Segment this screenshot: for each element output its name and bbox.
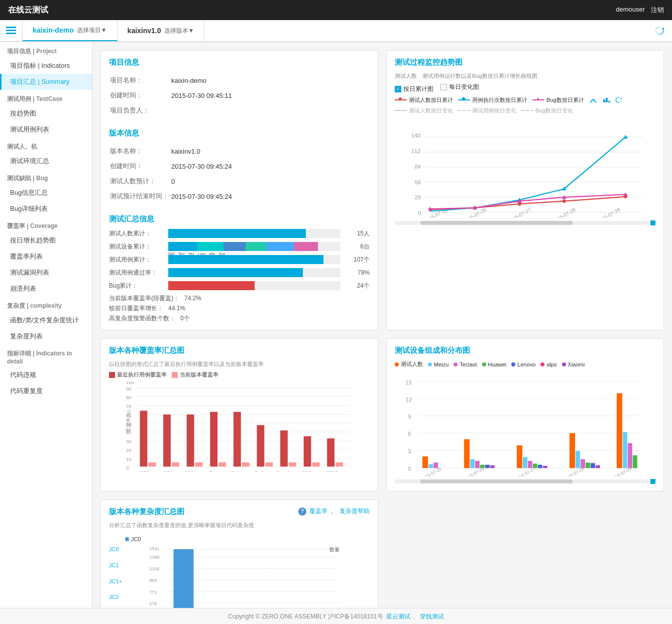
svg-text:80: 80 [126,395,132,400]
menu-icon[interactable] [0,20,23,41]
cat-jc2: JC2 [109,594,122,600]
complexity-help-link[interactable]: 复杂度帮助 [340,507,370,516]
complexity-chart-container: JC0 JC1 JC1+ JC2 CC0 CC1 JC0 [109,536,370,608]
sidebar-item-crashlist[interactable]: 崩溃列表 [0,281,92,297]
legend-bug-cumul: Bug数按日累计 [532,96,584,104]
device-scrollbar[interactable] [395,479,655,484]
cat-jc1plus: JC1+ [109,578,122,584]
summary-value-passrate: 78% [345,269,370,276]
svg-rect-59 [140,411,148,466]
coverage-chart-legend: 最近执行用例覆盖率 当前版本覆盖率 [109,371,370,379]
svg-text:SC0: SC0 [140,470,150,472]
project-info-card: 项目信息 项目名称： kaixin-demo 创建时间： 2015-07-30 … [100,50,378,330]
tab-kaixin-demo[interactable]: kaixin-demo 选择项目▼ [23,20,118,41]
trend-scrollbar[interactable] [395,220,655,225]
legend-huawei: Huawei [482,360,507,368]
sidebar-item-summary[interactable]: 项目汇总 | Summary [0,74,92,90]
svg-rect-0 [6,27,16,28]
svg-text:578: 578 [150,601,157,606]
svg-text:MCDC: MCDC [324,470,339,472]
sidebar-item-codedup[interactable]: 代码重复度 [0,383,92,399]
checkbox-daily-cumulative[interactable]: ✓ 按日累计图 [395,85,433,93]
checkbox-daily-change[interactable]: 每日变化图 [440,83,479,91]
checkbox-daily-change-label: 每日变化图 [449,83,479,91]
sidebar-item-trend[interactable]: 按趋势图 [0,105,92,121]
cat-jc1: JC1 [109,562,122,568]
tab-kaixinv1[interactable]: kaixinv1.0 选择版本▼ [118,20,205,41]
legend-tester-cumul: 测试人数按日累计 [395,96,453,104]
svg-text:1156: 1156 [150,566,160,571]
footer-link-linetest[interactable]: 穿线测试 [420,613,444,620]
svg-rect-122 [633,455,637,468]
svg-text:28: 28 [415,194,421,200]
svg-text:CDC: CDC [301,470,312,472]
svg-rect-70 [265,462,273,466]
sidebar-item-vulnlist[interactable]: 测试漏洞列表 [0,265,92,281]
coverage-chart-card: 版本各种覆盖率汇总图 以柱状图的形式汇总了最后执行用例覆盖率以及当前版本覆盖率 … [100,338,378,491]
svg-text:SC1+: SC1+ [184,470,197,472]
footer-link-startest[interactable]: 星云测试 [386,613,410,620]
svg-text:30: 30 [126,439,132,444]
sidebar-item-bugsum[interactable]: Bug信息汇总 [0,185,92,201]
tab-project-select[interactable]: 选择项目▼ [77,26,107,35]
sidebar-item-envsum[interactable]: 测试环境汇总 [0,153,92,169]
svg-text:771: 771 [150,590,157,595]
svg-rect-76 [335,462,343,466]
sidebar-item-indicators[interactable]: 项目指标 | Indicators [0,58,92,74]
legend-current-coverage-label: 当前版本覆盖率 [180,371,218,379]
legend-bug-daily-label: Bug数按日变化 [535,107,573,114]
svg-text:20: 20 [126,447,132,453]
legend-alps: alps [540,360,556,368]
sidebar-item-buglist[interactable]: Bug详细列表 [0,201,92,217]
complexity-legend: JC0 [125,536,370,542]
svg-text:56: 56 [415,179,421,185]
svg-rect-118 [596,465,600,468]
svg-rect-99 [428,464,433,468]
sidebar-item-covlist[interactable]: 覆盖率列表 [0,248,92,265]
trend-chart-svg: 0 28 56 84 112 140 2015-07-25 2015-07-26… [395,117,655,218]
svg-rect-60 [148,462,156,466]
svg-text:False: False [232,470,243,472]
summary-label-cases: 测试用例累计： [109,256,164,264]
sidebar-section-project: 项目信息 | Project [0,42,92,58]
sidebar-item-caselist[interactable]: 测试用例列表 [0,121,92,138]
svg-rect-114 [576,451,580,468]
sidebar-item-codeviolation[interactable]: 代码违规 [0,367,92,383]
top-nav: 在线云测试 demouser 注销 [0,0,672,20]
legend-teclast: Teclast [454,360,477,368]
checkbox-daily-cumulative-label: 按日累计图 [403,85,433,93]
coverage-chart-title: 版本各种覆盖率汇总图 [109,346,370,355]
sidebar-section-complexity: 复杂度 | complexity [0,297,92,312]
ver-value-testers: 0 [171,174,369,188]
sidebar-section-env: 测试人、机 [0,138,92,153]
sidebar-item-complexlist[interactable]: 复杂度列表 [0,328,92,344]
summary-bar-bugs [168,281,341,290]
summary-row-bugs: Bug累计： 24个 [109,281,370,290]
legend-linechart-icon[interactable] [589,96,597,104]
sidebar-item-complexstat[interactable]: 函数/类/文件复杂度统计 [0,312,92,328]
svg-point-30 [563,199,566,203]
ver-label-name: 版本名称： [110,144,170,158]
svg-rect-105 [485,465,490,468]
tab-version-select[interactable]: 选择版本▼ [164,27,194,35]
legend-meizu: Meizu [428,360,449,368]
summary-bar-testers [168,229,341,238]
ver-row-name: 版本名称： kaixinv1.0 [110,144,369,158]
sidebar-item-covtrend[interactable]: 按日增长趋势图 [0,232,92,248]
svg-text:0: 0 [408,466,411,472]
svg-rect-107 [517,445,522,468]
legend-case-daily: 测试用例按日变化 [458,107,516,114]
svg-text:10: 10 [126,456,132,462]
svg-text:84: 84 [415,164,421,170]
refresh-button[interactable] [647,20,672,41]
app-title: 在线云测试 [8,5,48,16]
legend-refresh-icon[interactable] [615,96,622,104]
svg-rect-1 [6,30,16,31]
legend-barchart-icon[interactable] [602,96,610,104]
svg-rect-2 [6,33,16,34]
coverage-help-link[interactable]: 覆盖率 [309,507,327,516]
svg-rect-116 [586,462,590,468]
logout-link[interactable]: 注销 [651,6,664,15]
complexity-chart-title: 版本各种复杂度汇总图 [109,507,254,517]
legend-xiaomi: Xiaomi [562,360,585,368]
